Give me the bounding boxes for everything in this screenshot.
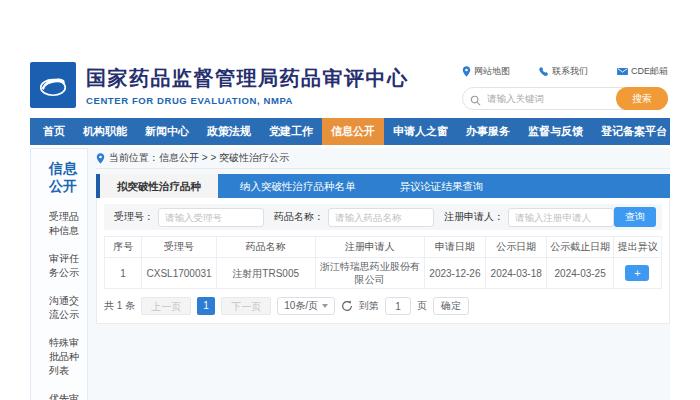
- tab-included-list[interactable]: 纳入突破性治疗品种名单: [218, 174, 378, 198]
- col-publish-date: 公示日期: [486, 237, 547, 258]
- cell-publish-date: 2024-03-18: [486, 258, 547, 289]
- refresh-icon[interactable]: [341, 300, 353, 312]
- drug-name-input[interactable]: [328, 208, 434, 227]
- nav-item-policy[interactable]: 政策法规: [198, 118, 260, 145]
- main-nav: 首页 机构职能 新闻中心 政策法规 党建工作 信息公开 申请人之窗 办事服务 监…: [30, 118, 670, 145]
- nav-item-services[interactable]: 办事服务: [457, 118, 519, 145]
- table-row: 1 CXSL1700031 注射用TRS005 浙江特瑞思药业股份有限公司 20…: [105, 258, 662, 289]
- results-table: 序号 受理号 药品名称 注册申请人 申请日期 公示日期 公示截止日期 提出异议: [104, 236, 662, 289]
- breadcrumb: 当前位置：信息公开 > > 突破性治疗公示: [96, 148, 670, 169]
- goto-suffix: 页: [417, 299, 427, 313]
- tab-objection-results[interactable]: 异议论证结果查询: [378, 174, 506, 198]
- mail-label: CDE邮箱: [631, 65, 668, 78]
- total-count: 共 1 条: [104, 299, 135, 313]
- site-container: 国家药品监督管理局药品审评中心 CENTER FOR DRUG EVALUATI…: [30, 55, 670, 400]
- site-header: 国家药品监督管理局药品审评中心 CENTER FOR DRUG EVALUATI…: [30, 55, 670, 115]
- pagination: 共 1 条 上一页 1 下一页 10条/页 到第 页 确定: [104, 297, 662, 315]
- col-seq: 序号: [105, 237, 142, 258]
- contact-link[interactable]: 联系我们: [539, 65, 588, 78]
- sidebar-item-communication[interactable]: 沟通交流公示: [31, 287, 87, 329]
- map-pin-icon: [462, 66, 471, 77]
- phone-icon: [539, 67, 549, 77]
- nav-item-supervision[interactable]: 监督与反馈: [519, 118, 592, 145]
- mail-icon: [617, 67, 628, 76]
- col-publish-end-date: 公示截止日期: [547, 237, 614, 258]
- sidebar-item-special-approval[interactable]: 特殊审批品种列表: [31, 329, 87, 385]
- next-page-button[interactable]: 下一页: [221, 297, 271, 315]
- col-acceptance-no: 受理号: [142, 237, 217, 258]
- tab-proposed-breakthrough[interactable]: 拟突破性治疗品种: [100, 174, 218, 198]
- tab-bar: 拟突破性治疗品种 纳入突破性治疗品种名单 异议论证结果查询: [96, 174, 670, 198]
- applicant-input[interactable]: [508, 208, 614, 227]
- nav-item-applicant[interactable]: 申请人之窗: [384, 118, 457, 145]
- cell-publish-end-date: 2024-03-25: [547, 258, 614, 289]
- breadcrumb-text: 当前位置：信息公开 > > 突破性治疗公示: [109, 151, 289, 165]
- page-size-label: 10条/页: [284, 299, 318, 313]
- page-size-select[interactable]: 10条/页: [277, 297, 335, 315]
- acceptance-no-input[interactable]: [158, 208, 264, 227]
- goto-prefix: 到第: [359, 299, 379, 313]
- nav-item-functions[interactable]: 机构职能: [74, 118, 136, 145]
- cell-drug-name: 注射用TRS005: [216, 258, 315, 289]
- col-drug-name: 药品名称: [216, 237, 315, 258]
- col-objection: 提出异议: [613, 237, 661, 258]
- brand-titles: 国家药品监督管理局药品审评中心 CENTER FOR DRUG EVALUATI…: [86, 65, 409, 106]
- cell-seq: 1: [105, 258, 142, 289]
- search-icon: [470, 92, 481, 110]
- sidebar-title: 信息公开: [31, 149, 87, 203]
- col-applicant: 注册申请人: [315, 237, 424, 258]
- prev-page-button[interactable]: 上一页: [141, 297, 191, 315]
- site-subtitle: CENTER FOR DRUG EVALUATION, NMPA: [86, 95, 409, 106]
- nav-item-info-disclosure[interactable]: 信息公开: [322, 118, 384, 145]
- sidebar: 信息公开 受理品种信息 审评任务公示 沟通交流公示 特殊审批品种列表 优先审评公…: [30, 148, 88, 400]
- contact-label: 联系我们: [552, 65, 588, 78]
- cell-apply-date: 2023-12-26: [424, 258, 485, 289]
- drug-name-label: 药品名称：: [274, 210, 324, 224]
- sitemap-link[interactable]: 网站地图: [462, 65, 510, 78]
- sidebar-item-review-tasks[interactable]: 审评任务公示: [31, 245, 87, 287]
- confirm-button[interactable]: 确定: [433, 297, 469, 315]
- sidebar-item-accepted-varieties[interactable]: 受理品种信息: [31, 203, 87, 245]
- filter-row: 受理号： 药品名称： 注册申请人： 查询: [104, 204, 662, 230]
- col-apply-date: 申请日期: [424, 237, 485, 258]
- acceptance-no-label: 受理号：: [114, 210, 154, 224]
- nav-item-party[interactable]: 党建工作: [260, 118, 322, 145]
- cell-applicant: 浙江特瑞思药业股份有限公司: [315, 258, 424, 289]
- table-header-row: 序号 受理号 药品名称 注册申请人 申请日期 公示日期 公示截止日期 提出异议: [105, 237, 662, 258]
- nav-item-news[interactable]: 新闻中心: [136, 118, 198, 145]
- sitemap-label: 网站地图: [474, 65, 510, 78]
- goto-page-input[interactable]: [385, 297, 411, 315]
- cde-logo-icon: [30, 62, 76, 108]
- chevron-down-icon: [322, 304, 328, 308]
- cell-objection: +: [613, 258, 661, 289]
- applicant-label: 注册申请人：: [444, 210, 504, 224]
- location-pin-icon: [96, 153, 105, 164]
- panel: 受理号： 药品名称： 注册申请人： 查询 序号: [96, 198, 670, 324]
- nav-item-home[interactable]: 首页: [34, 118, 74, 145]
- site-title: 国家药品监督管理局药品审评中心: [86, 65, 409, 92]
- sidebar-item-priority-review[interactable]: 优先审评公示: [31, 385, 87, 400]
- header-right: 网站地图 联系我们 CDE邮箱 搜索: [462, 65, 668, 110]
- add-objection-button[interactable]: +: [625, 265, 649, 281]
- search-button[interactable]: 搜索: [616, 87, 668, 110]
- nav-item-registration[interactable]: 登记备案平台: [592, 118, 676, 145]
- cell-acceptance-no: CXSL1700031: [142, 258, 217, 289]
- content-area: 信息公开 受理品种信息 审评任务公示 沟通交流公示 特殊审批品种列表 优先审评公…: [30, 148, 670, 400]
- search-bar: 搜索: [462, 87, 668, 110]
- quick-links: 网站地图 联系我们 CDE邮箱: [462, 65, 668, 78]
- query-button[interactable]: 查询: [614, 207, 656, 227]
- mail-link[interactable]: CDE邮箱: [617, 65, 668, 78]
- main-panel: 当前位置：信息公开 > > 突破性治疗公示 拟突破性治疗品种 纳入突破性治疗品种…: [96, 148, 670, 324]
- page-number-button[interactable]: 1: [197, 297, 215, 315]
